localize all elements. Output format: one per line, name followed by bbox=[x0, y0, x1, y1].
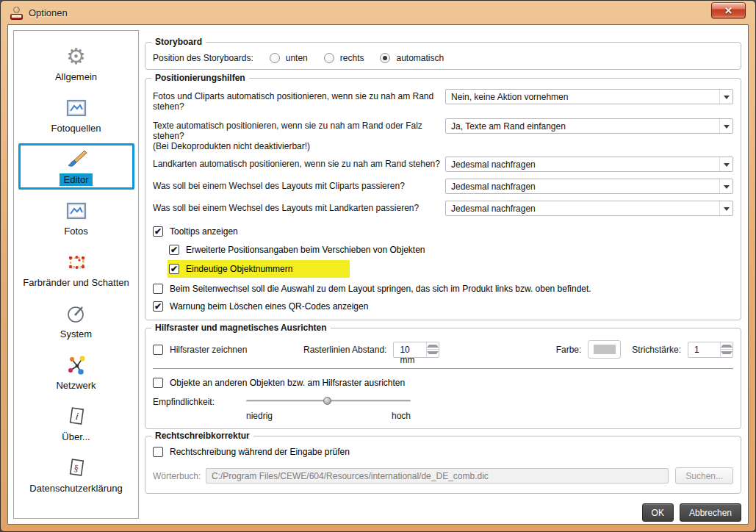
checkbox[interactable]: ✔ bbox=[153, 345, 163, 355]
dictionary-path-input[interactable] bbox=[206, 468, 669, 484]
chevron-down-icon[interactable] bbox=[719, 157, 732, 171]
selection-frame-icon bbox=[65, 251, 88, 274]
sidebar-item-editor[interactable]: Editor bbox=[18, 143, 134, 190]
chevron-down-icon[interactable] bbox=[719, 201, 732, 215]
checkbox-seitenwechsel[interactable]: ✔ Beim Seitenwechsel soll die Auswahl zu… bbox=[153, 284, 733, 294]
chevron-down-icon[interactable] bbox=[719, 90, 732, 104]
rasterlinien-abstand-label: Rasterlinien Abstand: bbox=[303, 345, 386, 355]
ok-button[interactable]: OK bbox=[642, 503, 674, 522]
sidebar-item-label: Über... bbox=[57, 431, 94, 443]
sidebar-item-fotos[interactable]: Fotos bbox=[18, 195, 134, 241]
sidebar-item-label: Editor bbox=[60, 173, 93, 186]
group-hilfsraster: Hilfsraster und magnetisches Ausrichten … bbox=[145, 328, 741, 429]
spinner-up-icon[interactable] bbox=[427, 342, 439, 350]
dropdown-value: Nein, keine Aktion vornehmen bbox=[446, 92, 719, 102]
sensitivity-slider[interactable] bbox=[246, 396, 411, 406]
sidebar-item-system[interactable]: System bbox=[18, 298, 134, 344]
dropdown-texte[interactable]: Ja, Texte am Rand einfangen bbox=[445, 118, 733, 134]
question-label: Was soll bei einem Wechsel des Layouts m… bbox=[153, 201, 445, 213]
window-title: Optionen bbox=[29, 7, 68, 18]
sidebar-item-datenschutz[interactable]: § Datenschutzerklärung bbox=[18, 452, 134, 498]
suchen-button[interactable]: Suchen... bbox=[675, 467, 733, 484]
sidebar-item-label: Allgemein bbox=[51, 71, 101, 83]
checkbox-label: Warnung beim Löschen eines QR-Codes anze… bbox=[170, 301, 368, 312]
sidebar-item-label: Fotos bbox=[60, 225, 93, 237]
group-rechtschreibkorrektur: Rechtschreibkorrektur ✔ Rechtschreibung … bbox=[145, 436, 741, 494]
spinner-up-icon[interactable] bbox=[721, 342, 732, 350]
grid-color-swatch bbox=[594, 345, 616, 354]
stroke-value: 1 bbox=[688, 342, 720, 357]
settings-panel: Storyboard Position des Storyboards: unt… bbox=[143, 30, 743, 519]
checkbox-hilfsraster[interactable]: ✔ Hilfsraster zeichnen bbox=[153, 345, 303, 355]
checkbox[interactable]: ✔ bbox=[153, 301, 163, 312]
sidebar-item-ueber[interactable]: i Über... bbox=[18, 400, 134, 447]
radio-option-automatisch[interactable]: automatisch bbox=[380, 53, 444, 63]
paragraph-page-icon: § bbox=[65, 456, 87, 480]
slider-min-label: niedrig bbox=[246, 411, 273, 421]
info-page-icon: i bbox=[65, 405, 87, 428]
gear-icon: ⚙ bbox=[66, 45, 86, 68]
checkbox-objektnummern[interactable]: ✔ Eindeutige Objektnummern bbox=[168, 260, 350, 278]
sidebar-item-label: Farbränder und Schatten bbox=[18, 276, 134, 289]
network-icon bbox=[65, 353, 88, 377]
checkbox-label: Beim Seitenwechsel soll die Auswahl zu d… bbox=[170, 284, 591, 294]
spacing-value: 10 mm bbox=[394, 342, 426, 357]
sidebar-item-label: Netzwerk bbox=[51, 379, 100, 392]
dropdown-value: Ja, Texte am Rand einfangen bbox=[446, 121, 719, 132]
checkbox-label: Erweiterte Positionsangaben beim Verschi… bbox=[186, 245, 425, 255]
radio-option-rechts[interactable]: rechts bbox=[324, 53, 364, 63]
checkbox-objekte-ausrichten[interactable]: ✔ Objekte an anderen Objekten bzw. am Hi… bbox=[153, 378, 733, 388]
dropdown-value: Jedesmal nachfragen bbox=[446, 159, 719, 170]
spinner-down-icon[interactable] bbox=[721, 349, 732, 357]
empfindlichkeit-label: Empfindlichkeit: bbox=[153, 396, 246, 407]
dialog-footer: OK Abbrechen bbox=[145, 503, 741, 522]
checkbox[interactable]: ✔ bbox=[153, 284, 163, 294]
dropdown-value: Jedesmal nachfragen bbox=[446, 204, 719, 214]
dropdown-landkarten[interactable]: Jedesmal nachfragen bbox=[445, 157, 733, 172]
radio-automatisch[interactable] bbox=[380, 53, 390, 63]
question-label: Landkarten automatisch positionieren, we… bbox=[153, 157, 445, 169]
image-icon bbox=[66, 96, 87, 120]
chevron-down-icon[interactable] bbox=[719, 179, 732, 193]
group-title: Positionierungshilfen bbox=[151, 73, 249, 83]
slider-thumb[interactable] bbox=[323, 397, 331, 405]
slider-max-label: hoch bbox=[392, 411, 411, 421]
checkbox[interactable]: ✔ bbox=[153, 226, 163, 237]
checkbox[interactable]: ✔ bbox=[153, 378, 163, 388]
dropdown-layout-cliparts[interactable]: Jedesmal nachfragen bbox=[445, 179, 733, 194]
checkbox-positionsangaben[interactable]: ✔ Erweiterte Positionsangaben beim Versc… bbox=[169, 245, 733, 255]
sidebar-item-label: Datenschutzerklärung bbox=[25, 482, 126, 495]
chevron-down-icon[interactable] bbox=[719, 119, 732, 133]
storyboard-position-label: Position des Storyboards: bbox=[153, 53, 253, 63]
radio-unten[interactable] bbox=[270, 53, 280, 63]
close-icon: ✕ bbox=[724, 5, 732, 16]
sidebar-item-farbraender[interactable]: Farbränder und Schatten bbox=[18, 246, 134, 292]
question-label: Texte automatisch positionieren, wenn si… bbox=[153, 118, 445, 141]
options-dialog: Optionen ✕ ⚙ Allgemein Fotoquellen bbox=[0, 0, 756, 532]
checkbox[interactable]: ✔ bbox=[169, 264, 179, 274]
color-swatch-button[interactable] bbox=[588, 340, 621, 359]
dropdown-fotos-cliparts[interactable]: Nein, keine Aktion vornehmen bbox=[445, 89, 733, 104]
spacing-spinner[interactable]: 10 mm bbox=[393, 342, 439, 358]
checkbox[interactable]: ✔ bbox=[153, 447, 163, 457]
stroke-spinner[interactable]: 1 bbox=[688, 342, 733, 358]
sidebar-item-netzwerk[interactable]: Netzwerk bbox=[18, 349, 134, 395]
sidebar-item-allgemein[interactable]: ⚙ Allgemein bbox=[18, 40, 134, 87]
titlebar[interactable]: Optionen ✕ bbox=[1, 1, 755, 25]
dropdown-layout-landkarten[interactable]: Jedesmal nachfragen bbox=[445, 201, 733, 216]
close-button[interactable]: ✕ bbox=[711, 2, 746, 18]
checkbox[interactable]: ✔ bbox=[169, 245, 179, 255]
checkbox-tooltips[interactable]: ✔ Tooltips anzeigen bbox=[153, 226, 733, 237]
sidebar-item-label: System bbox=[56, 328, 96, 340]
brush-icon bbox=[65, 148, 87, 171]
group-title: Hilfsraster und magnetisches Ausrichten bbox=[151, 323, 331, 333]
checkbox-rechtschreibung[interactable]: ✔ Rechtschreibung während der Eingabe pr… bbox=[153, 447, 733, 457]
checkbox-label: Objekte an anderen Objekten bzw. am Hilf… bbox=[170, 378, 405, 388]
spinner-down-icon[interactable] bbox=[427, 349, 439, 357]
group-storyboard: Storyboard Position des Storyboards: unt… bbox=[145, 42, 741, 70]
sidebar-item-fotoquellen[interactable]: Fotoquellen bbox=[18, 92, 134, 138]
checkbox-qr-warnung[interactable]: ✔ Warnung beim Löschen eines QR-Codes an… bbox=[153, 301, 733, 312]
cancel-button[interactable]: Abbrechen bbox=[680, 503, 741, 522]
radio-rechts[interactable] bbox=[324, 53, 334, 63]
radio-option-unten[interactable]: unten bbox=[270, 53, 308, 63]
